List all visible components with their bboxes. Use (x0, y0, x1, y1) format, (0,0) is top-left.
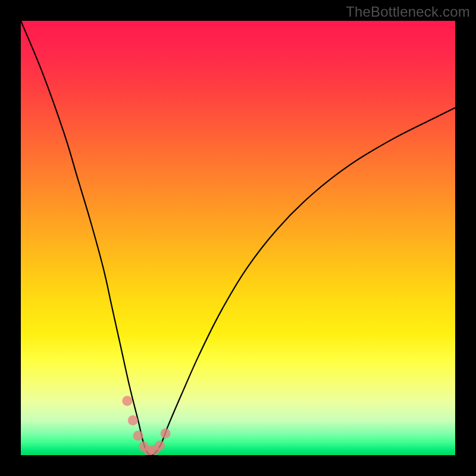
marker-dot (161, 428, 171, 439)
chart-frame: TheBottleneck.com (0, 0, 476, 476)
marker-dot (122, 396, 132, 406)
curve-svg (21, 21, 455, 455)
bottleneck-curve-path (21, 21, 455, 455)
marker-dot (133, 431, 143, 441)
watermark-text: TheBottleneck.com (346, 4, 470, 20)
plot-area (21, 21, 455, 455)
marker-dot (155, 440, 165, 450)
highlight-markers (122, 396, 170, 455)
marker-dot (128, 415, 138, 425)
